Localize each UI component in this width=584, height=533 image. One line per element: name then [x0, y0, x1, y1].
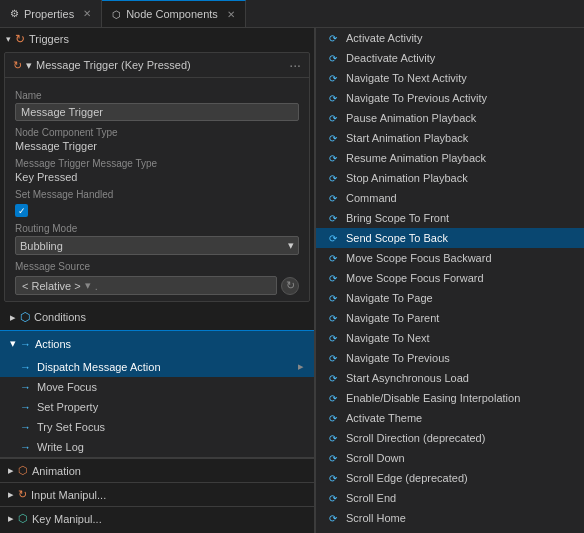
dropdown-item-16[interactable]: ⟳ Navigate To Previous: [316, 348, 584, 368]
dropdown-item-24[interactable]: ⟳ Scroll Home: [316, 508, 584, 528]
dropdown-item-21[interactable]: ⟳ Scroll Down: [316, 448, 584, 468]
tab-bar: ⚙ Properties ✕ ⬡ Node Components ✕: [0, 0, 584, 28]
message-source-label: Message Source: [15, 261, 299, 272]
dropdown-item-11[interactable]: ⟳ Move Scope Focus Backward: [316, 248, 584, 268]
set-property-icon: →: [20, 401, 31, 413]
message-source-row: < Relative > ▾ . ↻: [15, 276, 299, 295]
dropdown-item-15[interactable]: ⟳ Navigate To Next: [316, 328, 584, 348]
dropdown-icon-2: ⟳: [326, 71, 340, 85]
trigger-header-left: ↻ ▾ Message Trigger (Key Pressed): [13, 59, 191, 72]
dropdown-icon-12: ⟳: [326, 271, 340, 285]
dropdown-item-10[interactable]: ⟳ Send Scope To Back: [316, 228, 584, 248]
dropdown-item-5[interactable]: ⟳ Start Animation Playback: [316, 128, 584, 148]
message-source-dropdown[interactable]: ▾: [85, 279, 91, 292]
dropdown-item-4[interactable]: ⟳ Pause Animation Playback: [316, 108, 584, 128]
bottom-section-animation[interactable]: ▸ ⬡ Animation: [0, 458, 314, 482]
tab-node-components-close[interactable]: ✕: [227, 9, 235, 20]
right-panel-dropdown: ⟳ Activate Activity ⟳ Deactivate Activit…: [315, 28, 584, 533]
message-source-pill[interactable]: < Relative > ▾ .: [15, 276, 277, 295]
bottom-section-input-manipul[interactable]: ▸ ↻ Input Manipul...: [0, 482, 314, 506]
trigger-menu-button[interactable]: ···: [289, 57, 301, 73]
trigger-title: Message Trigger (Key Pressed): [36, 59, 191, 71]
bottom-section-key-manipul[interactable]: ▸ ⬡ Key Manipul...: [0, 506, 314, 530]
routing-mode-select[interactable]: Bubbling ▾: [15, 236, 299, 255]
dropdown-label-22: Scroll Edge (deprecated): [346, 472, 468, 484]
dropdown-item-25[interactable]: ⟳ Scroll Left: [316, 528, 584, 533]
set-message-handled-checkbox[interactable]: ✓: [15, 204, 28, 217]
dropdown-item-3[interactable]: ⟳ Navigate To Previous Activity: [316, 88, 584, 108]
trigger-body: Name Node Component Type Message Trigger…: [5, 78, 309, 301]
node-components-icon: ⬡: [112, 9, 121, 20]
node-component-type-label: Node Component Type: [15, 127, 299, 138]
actions-header[interactable]: ▾ → Actions: [0, 331, 314, 356]
tab-properties-close[interactable]: ✕: [83, 8, 91, 19]
action-item-dispatch-message[interactable]: → Dispatch Message Action ▸: [0, 356, 314, 377]
dropdown-label-15: Navigate To Next: [346, 332, 430, 344]
animation-label: Animation: [32, 465, 81, 477]
dropdown-label-1: Deactivate Activity: [346, 52, 435, 64]
move-focus-icon: →: [20, 381, 31, 393]
dropdown-item-9[interactable]: ⟳ Bring Scope To Front: [316, 208, 584, 228]
dropdown-icon-3: ⟳: [326, 91, 340, 105]
dropdown-item-12[interactable]: ⟳ Move Scope Focus Forward: [316, 268, 584, 288]
dropdown-item-13[interactable]: ⟳ Navigate To Page: [316, 288, 584, 308]
dropdown-item-0[interactable]: ⟳ Activate Activity: [316, 28, 584, 48]
dropdown-item-17[interactable]: ⟳ Start Asynchronous Load: [316, 368, 584, 388]
dropdown-label-6: Resume Animation Playback: [346, 152, 486, 164]
conditions-section-header[interactable]: ▸ ⬡ Conditions: [0, 304, 314, 330]
dropdown-icon-5: ⟳: [326, 131, 340, 145]
action-item-try-set-focus[interactable]: → Try Set Focus: [0, 417, 314, 437]
dropdown-item-20[interactable]: ⟳ Scroll Direction (deprecated): [316, 428, 584, 448]
dropdown-icon-7: ⟳: [326, 171, 340, 185]
dropdown-item-6[interactable]: ⟳ Resume Animation Playback: [316, 148, 584, 168]
dropdown-item-22[interactable]: ⟳ Scroll Edge (deprecated): [316, 468, 584, 488]
dropdown-icon-0: ⟳: [326, 31, 340, 45]
action-item-move-focus[interactable]: → Move Focus: [0, 377, 314, 397]
dropdown-item-14[interactable]: ⟳ Navigate To Parent: [316, 308, 584, 328]
dropdown-label-24: Scroll Home: [346, 512, 406, 524]
dropdown-label-5: Start Animation Playback: [346, 132, 468, 144]
set-message-handled-label: Set Message Handled: [15, 189, 299, 200]
message-source-refresh[interactable]: ↻: [281, 277, 299, 295]
dropdown-item-1[interactable]: ⟳ Deactivate Activity: [316, 48, 584, 68]
dropdown-icon-9: ⟳: [326, 211, 340, 225]
dropdown-icon-6: ⟳: [326, 151, 340, 165]
message-trigger-type-label: Message Trigger Message Type: [15, 158, 299, 169]
dropdown-item-2[interactable]: ⟳ Navigate To Next Activity: [316, 68, 584, 88]
routing-mode-chevron: ▾: [288, 239, 294, 252]
dropdown-item-19[interactable]: ⟳ Activate Theme: [316, 408, 584, 428]
dropdown-item-8[interactable]: ⟳ Command: [316, 188, 584, 208]
dropdown-label-10: Send Scope To Back: [346, 232, 448, 244]
action-item-set-property[interactable]: → Set Property: [0, 397, 314, 417]
bottom-sections: ▸ ⬡ Animation ▸ ↻ Input Manipul... ▸ ⬡ K…: [0, 457, 314, 530]
dropdown-label-23: Scroll End: [346, 492, 396, 504]
set-message-handled-checkbox-row: ✓: [15, 204, 299, 217]
dropdown-label-13: Navigate To Page: [346, 292, 433, 304]
tab-properties[interactable]: ⚙ Properties ✕: [0, 0, 102, 27]
routing-mode-value: Bubbling: [20, 240, 63, 252]
action-item-write-log[interactable]: → Write Log: [0, 437, 314, 457]
dispatch-message-submenu-arrow: ▸: [298, 360, 304, 373]
dropdown-icon-18: ⟳: [326, 391, 340, 405]
main-layout: ▾ ↻ Triggers ↻ ▾ Message Trigger (Key Pr…: [0, 28, 584, 533]
dropdown-item-7[interactable]: ⟳ Stop Animation Playback: [316, 168, 584, 188]
dropdown-label-3: Navigate To Previous Activity: [346, 92, 487, 104]
dropdown-label-11: Move Scope Focus Backward: [346, 252, 492, 264]
dropdown-label-20: Scroll Direction (deprecated): [346, 432, 485, 444]
dropdown-icon-23: ⟳: [326, 491, 340, 505]
dropdown-icon-19: ⟳: [326, 411, 340, 425]
node-component-type-value: Message Trigger: [15, 140, 299, 152]
dropdown-item-18[interactable]: ⟳ Enable/Disable Easing Interpolation: [316, 388, 584, 408]
message-source-dot: .: [95, 280, 98, 292]
dropdown-icon-22: ⟳: [326, 471, 340, 485]
dropdown-item-23[interactable]: ⟳ Scroll End: [316, 488, 584, 508]
actions-section: ▾ → Actions: [0, 330, 314, 356]
try-set-focus-label: Try Set Focus: [37, 421, 105, 433]
triggers-section-header[interactable]: ▾ ↻ Triggers: [0, 28, 314, 50]
name-input[interactable]: [15, 103, 299, 121]
conditions-arrow: ▸: [10, 311, 16, 324]
tab-node-components[interactable]: ⬡ Node Components ✕: [102, 0, 246, 27]
key-manipul-arrow: ▸: [8, 512, 14, 525]
dropdown-icon-15: ⟳: [326, 331, 340, 345]
action-items-list: → Dispatch Message Action ▸ → Move Focus…: [0, 356, 314, 457]
